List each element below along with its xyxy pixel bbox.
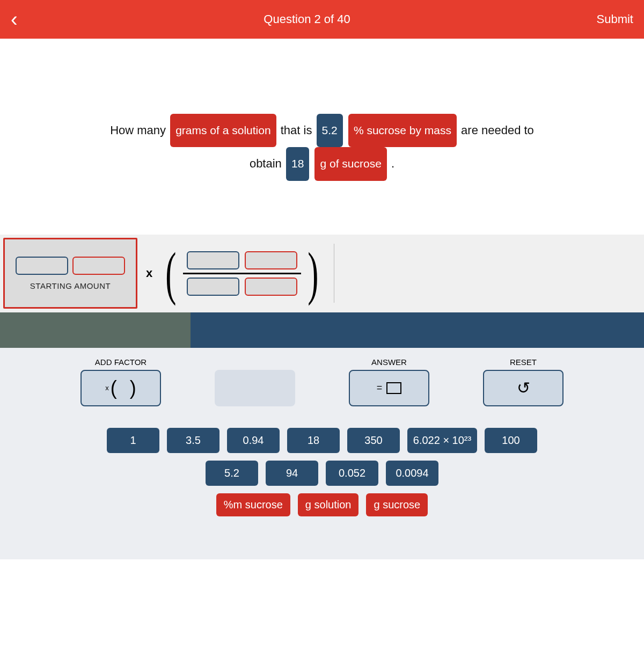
values-row-1: 1 3.5 0.94 18 350 6.022 × 10²³ 100 (75, 428, 569, 453)
chip-percent-sucrose: % sucrose by mass (348, 114, 457, 147)
value-button[interactable]: 5.2 (206, 461, 258, 486)
denominator-unit-slot[interactable] (245, 278, 297, 296)
reset-button[interactable]: ↺ (483, 370, 564, 406)
spacer-button (215, 370, 295, 406)
value-button[interactable]: 18 (287, 428, 340, 453)
answer-button[interactable]: = (349, 370, 429, 406)
value-button[interactable]: 3.5 (167, 428, 219, 453)
starting-unit-slot[interactable] (72, 257, 125, 275)
chip-g-sucrose: g of sucrose (314, 147, 386, 180)
spacer-label (254, 358, 256, 367)
spacer-col (215, 358, 295, 406)
question-text: How many grams of a solution that is 5.2… (32, 114, 612, 181)
answer-icon: = (377, 382, 402, 394)
split-bar-left (0, 312, 191, 348)
value-button[interactable]: 0.0094 (386, 461, 438, 486)
add-factor-col: ADD FACTOR x() (80, 358, 161, 406)
question-text-3: obtain (250, 157, 282, 170)
fraction-bar (183, 273, 301, 274)
split-bar (0, 312, 644, 348)
question-text-2: are needed to (461, 123, 534, 137)
control-row: ADD FACTOR x() ANSWER = RESET ↺ (75, 358, 569, 406)
question-text-0: How many (110, 123, 166, 137)
reset-col: RESET ↺ (483, 358, 564, 406)
reset-label: RESET (510, 358, 537, 367)
times-operator: x (146, 266, 152, 280)
chip-5-2: 5.2 (317, 114, 343, 147)
add-factor-label: ADD FACTOR (95, 358, 147, 367)
starting-slots (16, 257, 125, 275)
unit-button[interactable]: g sucrose (366, 493, 428, 516)
undo-icon: ↺ (517, 378, 530, 397)
numerator-value-slot[interactable] (187, 251, 239, 269)
denominator-value-slot[interactable] (187, 278, 239, 296)
chip-grams-solution: grams of a solution (170, 114, 276, 147)
factor-group: ( ) (161, 251, 323, 296)
question-text-1: that is (281, 123, 312, 137)
workspace-strip: STARTING AMOUNT x ( ) (0, 235, 644, 312)
factor-fraction (183, 251, 301, 296)
value-button[interactable]: 350 (347, 428, 400, 453)
chip-18: 18 (286, 147, 309, 180)
unit-row: %m sucrose g solution g sucrose (75, 493, 569, 516)
keypad-area: ADD FACTOR x() ANSWER = RESET ↺ (0, 348, 644, 559)
app-header: ‹ Question 2 of 40 Submit (0, 0, 644, 39)
left-paren-icon: ( (165, 253, 176, 294)
back-chevron-icon[interactable]: ‹ (11, 9, 18, 30)
starting-amount-label: STARTING AMOUNT (30, 281, 111, 290)
value-button[interactable]: 100 (485, 428, 537, 453)
question-counter: Question 2 of 40 (264, 12, 350, 26)
values-row-2: 5.2 94 0.052 0.0094 (75, 461, 569, 486)
value-button[interactable]: 0.052 (326, 461, 378, 486)
add-factor-icon: x() (105, 377, 136, 399)
value-button[interactable]: 0.94 (227, 428, 280, 453)
unit-button[interactable]: g solution (298, 493, 359, 516)
starting-value-slot[interactable] (16, 257, 68, 275)
value-button[interactable]: 94 (266, 461, 318, 486)
right-paren-icon: ) (308, 253, 318, 294)
add-factor-button[interactable]: x() (80, 370, 161, 406)
answer-col: ANSWER = (349, 358, 429, 406)
question-area: How many grams of a solution that is 5.2… (0, 39, 644, 235)
value-button[interactable]: 6.022 × 10²³ (407, 428, 477, 453)
question-text-4: . (391, 157, 394, 170)
unit-button[interactable]: %m sucrose (216, 493, 290, 516)
workspace-divider (334, 244, 334, 303)
submit-button[interactable]: Submit (597, 12, 633, 26)
numerator-unit-slot[interactable] (245, 251, 297, 269)
split-bar-right (191, 312, 644, 348)
answer-label: ANSWER (371, 358, 407, 367)
value-button[interactable]: 1 (107, 428, 159, 453)
starting-amount-box[interactable]: STARTING AMOUNT (3, 238, 137, 309)
